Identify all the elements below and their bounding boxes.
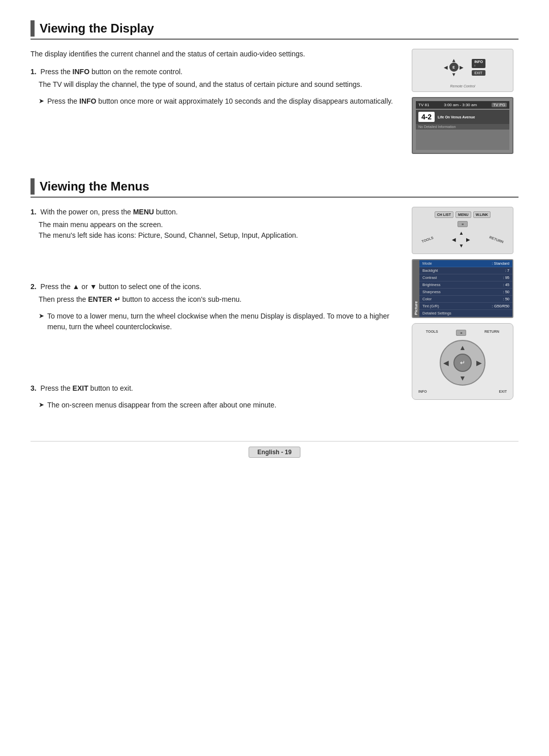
section2-text: 1. With the power on, press the MENU but…: [30, 207, 394, 411]
mode-label: Mode: [422, 261, 432, 266]
section1-text: The display identifies the current chann…: [30, 49, 394, 154]
tv-info-screen: TV 81 3:00 am - 3:30 am TV PG 4-2 Life O…: [412, 97, 513, 154]
color-label: Color: [422, 297, 432, 301]
info-bar: TV 81 3:00 am - 3:30 am TV PG: [416, 101, 509, 109]
step2-body: Then press the ENTER ↵ button to access …: [39, 294, 394, 305]
return-label: RETURN: [489, 235, 504, 244]
corner-labels: INFO EXIT: [418, 390, 507, 393]
info-corner-label: INFO: [418, 390, 427, 393]
detailed-label: Detailed Settings: [422, 311, 451, 316]
info-remote-image: ▲ ▼ ◀ ▶ E INFOi EXIT Remote Control: [412, 49, 513, 92]
backlight-value: : 7: [505, 268, 509, 273]
tools-top-label: TOOLS: [426, 330, 438, 333]
show-time: 3:00 am - 3:30 am: [444, 103, 477, 107]
note-arrow-icon: ➤: [39, 96, 44, 107]
step1-num: 1.: [30, 208, 37, 216]
section1-header-bar: [30, 20, 35, 37]
section2-step1: 1. With the power on, press the MENU but…: [30, 207, 394, 241]
sharpness-value: : 50: [503, 290, 509, 294]
contrast-value: : 95: [503, 275, 509, 280]
right-arrow-icon: ▶: [476, 359, 482, 367]
page-number: English - 19: [249, 447, 300, 458]
brightness-label: Brightness: [422, 282, 440, 287]
enter-btn: ↵: [453, 354, 472, 372]
menu-row-brightness: Brightness : 45: [419, 281, 512, 289]
menu-row-mode: Mode : Standard: [419, 260, 512, 267]
backlight-label: Backlight: [422, 268, 438, 273]
contrast-label: Contrast: [422, 275, 437, 280]
menu-row-color: Color : 50: [419, 296, 512, 303]
section2-title: Viewing the Menus: [40, 179, 149, 194]
nav-circle: ▲ ▼ ◀ ▶ ↵: [440, 340, 485, 386]
wlink-btn: W.LINK: [473, 211, 491, 218]
nav-top-buttons: TOOLS ≡ RETURN: [418, 330, 507, 336]
section-viewing-display: Viewing the Display The display identifi…: [30, 20, 518, 154]
tools-label: TOOLS: [421, 236, 434, 243]
menu-row-sharpness: Sharpness : 50: [419, 289, 512, 296]
channel-number: 4-2: [418, 112, 435, 122]
section2-header: Viewing the Menus: [30, 178, 518, 198]
color-value: : 50: [503, 297, 509, 301]
page-footer: English - 19: [30, 441, 518, 458]
menu-btn: MENU: [455, 211, 471, 218]
nav-remote: TOOLS ≡ RETURN ▲ ▼ ◀ ▶ ↵ INFO EXIT: [412, 323, 513, 400]
mode-value: : Standard: [492, 261, 509, 266]
section2-header-bar: [30, 178, 35, 195]
section2-note1: ➤ To move to a lower menu, turn the whee…: [39, 311, 394, 332]
tint-label: Tint (G/R): [422, 304, 439, 308]
note2-arrow-icon: ➤: [39, 311, 44, 332]
section1-header: Viewing the Display: [30, 20, 518, 40]
menu-remote-top: CH LIST MENU W.LINK ≡ TOOLS ▲ ▼ ◀ ▶ RETU…: [412, 207, 513, 254]
step1-body: The main menu appears on the screen. The…: [39, 219, 394, 241]
channel-label: TV 81: [418, 103, 429, 107]
up-arrow-icon: ▲: [459, 343, 466, 352]
section1-images: ▲ ▼ ◀ ▶ E INFOi EXIT Remote Control: [407, 49, 518, 154]
section2-note2-text: The on-screen menus disappear from the s…: [47, 400, 277, 411]
nav-center-bar: ≡: [456, 330, 466, 336]
step2-num: 2.: [30, 282, 37, 291]
section2-step3: 3. Press the EXIT button to exit.: [30, 383, 394, 394]
menu-row-contrast: Contrast : 95: [419, 274, 512, 281]
info-btn: INFOi: [472, 59, 485, 68]
menu-row-tint: Tint (G/R) : G50/R50: [419, 303, 512, 310]
section2-note1-text: To move to a lower menu, turn the wheel …: [47, 311, 394, 332]
tv-menu-screen: Picture Mode : Standard Backlight : 7 Co…: [412, 259, 513, 318]
section1-title: Viewing the Display: [40, 21, 154, 36]
exit-corner-label: EXIT: [499, 390, 507, 393]
section2-images: CH LIST MENU W.LINK ≡ TOOLS ▲ ▼ ◀ ▶ RETU…: [407, 207, 518, 411]
down-arrow-icon: ▼: [459, 374, 466, 382]
section1-step1: 1. Press the INFO button on the remote c…: [30, 67, 394, 90]
step3-num: 3.: [30, 384, 37, 392]
no-detail-info: No Detailed Information: [416, 124, 509, 130]
section1-note1: ➤ Press the INFO button once more or wai…: [39, 96, 394, 107]
return-top-label: RETURN: [484, 330, 499, 333]
section1-step1-num: 1.: [30, 68, 37, 76]
ch-list-btn: CH LIST: [435, 211, 453, 218]
menu-sidebar: Picture Mode : Standard Backlight : 7 Co…: [413, 260, 512, 317]
menu-row-detailed: Detailed Settings: [419, 310, 512, 317]
menu-row-backlight: Backlight : 7: [419, 267, 512, 274]
section1-content: The display identifies the current chann…: [30, 49, 518, 154]
brightness-value: : 45: [503, 282, 509, 287]
show-title: Life On Venus Avenue: [438, 115, 475, 119]
section2-step2: 2. Press the ▲ or ▼ button to select one…: [30, 281, 394, 305]
section1-step1-body: The TV will display the channel, the typ…: [39, 79, 394, 90]
section1-intro: The display identifies the current chann…: [30, 49, 394, 59]
section-viewing-menus: Viewing the Menus 1. With the power on, …: [30, 178, 518, 411]
left-arrow-icon: ◀: [443, 359, 449, 367]
sharpness-label: Sharpness: [422, 290, 441, 294]
section2-note2: ➤ The on-screen menus disappear from the…: [39, 400, 394, 411]
exit-btn-remote: EXIT: [472, 70, 485, 76]
section1-note1-text: Press the INFO button once more or wait …: [47, 96, 393, 107]
tint-value: : G50/R50: [492, 304, 509, 308]
show-rating: TV PG: [492, 103, 507, 107]
note3-arrow-icon: ➤: [39, 400, 44, 411]
section2-content: 1. With the power on, press the MENU but…: [30, 207, 518, 411]
menu-main: Mode : Standard Backlight : 7 Contrast :…: [419, 260, 512, 317]
menu-side-label: Picture: [413, 260, 419, 317]
